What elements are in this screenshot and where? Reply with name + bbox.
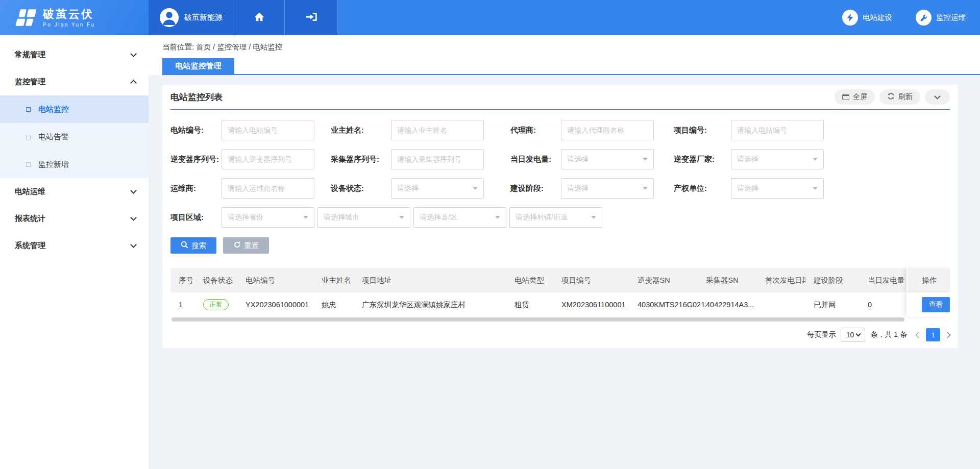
sidebar-item-monitor-add[interactable]: 监控新增: [0, 151, 149, 178]
col-header-first-gen-date: 首次发电日期: [757, 276, 805, 285]
cell-type: 租赁: [506, 300, 553, 310]
cell-inverter-sn: 4030KMTS216G0213...: [629, 301, 706, 309]
agent-input[interactable]: [561, 120, 654, 140]
cell-collector-sn: 40422914A3...: [706, 301, 757, 309]
page-number-1[interactable]: 1: [926, 328, 940, 341]
town-select[interactable]: 请选择村镇/街道: [509, 207, 602, 228]
sidebar-submenu: 电站监控 电站告警 监控新增: [0, 95, 149, 178]
select-placeholder: 请选择省份: [228, 213, 263, 222]
lightning-icon: [842, 10, 858, 26]
status-badge: 正常: [203, 299, 229, 310]
cell-station-no: YX2023061000001: [237, 301, 313, 309]
nav-station-construction[interactable]: 电站建设: [842, 10, 892, 26]
chevron-down-icon: [130, 214, 137, 221]
sidebar-subitem-label: 监控新增: [38, 160, 69, 169]
avatar: [160, 8, 179, 27]
reset-label: 重置: [244, 241, 259, 251]
cell-project-no: XM2023061100001: [553, 301, 629, 309]
field-label: 产权单位:: [674, 184, 731, 193]
fullscreen-label: 全屏: [853, 92, 867, 102]
reset-button[interactable]: 重置: [223, 237, 269, 254]
col-header-project-no: 项目编号: [553, 276, 629, 285]
device-status-select[interactable]: 请选择: [391, 178, 484, 199]
per-page-label: 每页显示: [807, 330, 836, 339]
content: 电站监控列表 全屏: [149, 75, 980, 469]
view-button[interactable]: 查看: [922, 297, 950, 312]
inverter-maker-select[interactable]: 请选择: [731, 149, 824, 169]
field-label: 业主姓名:: [331, 126, 391, 135]
brand-logo-icon: [11, 7, 37, 29]
tab-station-monitor-management[interactable]: 电站监控管理: [162, 58, 234, 74]
login-arrow-icon: [305, 12, 317, 24]
select-placeholder: 请选择: [737, 184, 758, 193]
collector-sn-input[interactable]: [391, 149, 484, 169]
search-button[interactable]: 搜索: [170, 237, 216, 254]
sidebar-item-monitor-management[interactable]: 监控管理: [0, 68, 149, 95]
owner-name-input[interactable]: [391, 120, 484, 140]
dropdown-arrow-icon: [473, 187, 478, 190]
sidebar-item-system-management[interactable]: 系统管理: [0, 232, 149, 259]
field-label: 逆变器厂家:: [674, 155, 731, 164]
dropdown-arrow-icon: [399, 216, 404, 219]
home-button[interactable]: [234, 0, 285, 35]
logout-button[interactable]: [285, 0, 338, 35]
app: 破茧云伏 Po Jian Yun Fu 破茧新能源: [0, 0, 980, 469]
sidebar-item-station-monitor[interactable]: 电站监控: [0, 95, 149, 123]
field-label: 设备状态:: [331, 184, 391, 193]
field-label: 建设阶段:: [510, 184, 561, 193]
col-header-stage: 建设阶段: [805, 276, 860, 285]
table-body: 1 正常 YX2023061000001 姚忠 广东深圳龙华区观澜镇姚家庄村 租…: [170, 292, 950, 317]
nav-monitor-ops[interactable]: 监控运维: [916, 10, 966, 26]
search-icon: [181, 241, 188, 250]
dropdown-arrow-icon: [643, 158, 648, 161]
sidebar-item-label: 电站运维: [15, 187, 131, 196]
next-page-button[interactable]: [944, 332, 951, 338]
filter-row-1: 电站编号: 业主姓名: 代理商: 项目编号:: [170, 120, 950, 140]
city-select[interactable]: 请选择城市: [317, 207, 410, 228]
tab-strip: 电站监控管理: [162, 58, 980, 75]
daily-generation-select[interactable]: 请选择: [561, 149, 654, 169]
sidebar-item-station-alarm[interactable]: 电站告警: [0, 123, 149, 151]
fullscreen-icon: [842, 94, 849, 100]
project-no-input[interactable]: [731, 120, 824, 140]
per-page-select[interactable]: 10: [841, 328, 865, 342]
district-select[interactable]: 请选择县/区: [413, 207, 506, 228]
cell-status: 正常: [195, 299, 237, 310]
prev-page-button[interactable]: [915, 332, 922, 338]
horizontal-scrollbar[interactable]: [172, 317, 904, 322]
field-label: 采集器序列号:: [331, 155, 391, 164]
chevron-down-icon: [130, 51, 137, 57]
filter-row-3: 运维商: 设备状态: 请选择 建设阶段: 请选择: [170, 178, 950, 199]
cell-stage: 已并网: [805, 300, 860, 310]
home-icon: [254, 12, 265, 24]
sidebar-subitem-label: 电站监控: [38, 105, 69, 114]
reset-icon: [233, 241, 241, 250]
sidebar-item-station-ops[interactable]: 电站运维: [0, 178, 149, 205]
square-icon: [26, 162, 31, 167]
sidebar-item-label: 监控管理: [15, 77, 131, 87]
build-stage-select[interactable]: 请选择: [561, 178, 654, 199]
property-unit-select[interactable]: 请选择: [731, 178, 824, 199]
select-placeholder: 请选择县/区: [420, 213, 457, 222]
sidebar-item-general-management[interactable]: 常规管理: [0, 41, 149, 68]
dropdown-arrow-icon: [813, 158, 818, 161]
inverter-sn-input[interactable]: [222, 149, 314, 169]
refresh-button[interactable]: 刷新: [879, 89, 920, 105]
select-placeholder: 请选择: [567, 184, 589, 193]
fullscreen-button[interactable]: 全屏: [835, 89, 875, 105]
sidebar-item-report-stats[interactable]: 报表统计: [0, 205, 149, 232]
panel-title: 电站监控列表: [170, 91, 830, 103]
collapse-button[interactable]: [925, 89, 950, 105]
dropdown-arrow-icon: [813, 187, 818, 190]
cell-index: 1: [170, 301, 195, 309]
square-icon: [26, 135, 31, 139]
topbar-nav: 电站建设 监控运维: [842, 0, 980, 35]
station-no-input[interactable]: [222, 120, 314, 140]
sidebar-item-label: 常规管理: [15, 50, 131, 60]
col-header-station-no: 电站编号: [237, 276, 313, 285]
user-menu[interactable]: 破茧新能源: [149, 0, 234, 35]
panel-header: 电站监控列表 全屏: [170, 85, 950, 110]
sidebar-subitem-label: 电站告警: [38, 132, 69, 142]
province-select[interactable]: 请选择省份: [222, 207, 314, 228]
ops-provider-input[interactable]: [222, 178, 314, 199]
